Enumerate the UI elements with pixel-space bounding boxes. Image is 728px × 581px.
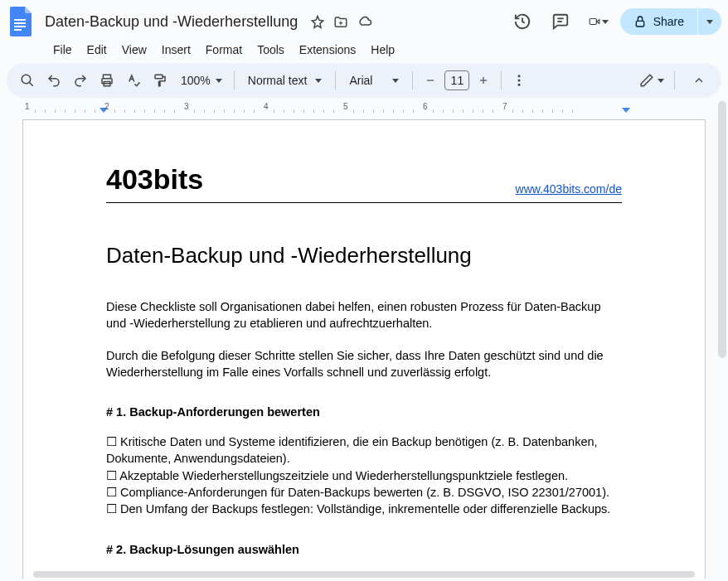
svg-point-18 [518, 84, 521, 86]
share-dropdown[interactable] [698, 8, 721, 35]
document-title[interactable]: Daten-Backup und -Wiederherstellung [41, 12, 301, 32]
svg-point-16 [518, 75, 521, 77]
menu-edit[interactable]: Edit [80, 40, 114, 60]
chevron-down-icon [315, 79, 322, 83]
editing-mode-button[interactable] [634, 73, 669, 88]
doc-heading: Daten-Backup und -Wiederherstellung [106, 243, 622, 269]
vertical-scrollbar[interactable] [716, 101, 728, 570]
svg-rect-6 [590, 19, 596, 25]
zoom-select[interactable]: 100% [174, 74, 229, 87]
redo-icon[interactable] [68, 68, 93, 93]
checklist-item: ☐ Akzeptable Wiederherstellungszeitziele… [106, 467, 622, 484]
right-indent-marker[interactable] [622, 108, 630, 113]
comments-icon[interactable] [544, 5, 577, 38]
menu-tools[interactable]: Tools [250, 40, 291, 60]
more-tools-icon[interactable] [507, 68, 531, 93]
toolbar: 100% Normal text Arial [7, 63, 721, 98]
meet-button[interactable] [582, 5, 615, 38]
menu-format[interactable]: Format [199, 40, 249, 60]
doc-paragraph: Diese Checkliste soll Organisationen dab… [106, 298, 622, 332]
chevron-down-icon [392, 79, 399, 83]
ruler-number: 1 [25, 102, 30, 111]
chevron-down-icon [216, 79, 222, 83]
menu-file[interactable]: File [46, 40, 79, 60]
undo-icon[interactable] [41, 68, 66, 93]
svg-rect-7 [636, 21, 643, 27]
paragraph-style-select[interactable]: Normal text [240, 74, 331, 87]
doc-section-heading: # 2. Backup-Lösungen auswählen [106, 543, 622, 556]
decrease-font-icon[interactable] [418, 68, 443, 93]
ruler[interactable]: 1234567 [7, 101, 721, 114]
cloud-status-icon[interactable] [357, 15, 373, 30]
horizontal-scrollbar[interactable] [33, 571, 695, 578]
font-value: Arial [349, 74, 372, 87]
share-button[interactable]: Share [620, 8, 697, 35]
svg-rect-0 [14, 19, 26, 21]
menu-extensions[interactable]: Extensions [293, 40, 362, 60]
docs-logo[interactable] [7, 7, 36, 36]
ruler-number: 3 [184, 102, 189, 111]
document-page: 403bits www.403bits.com/de Daten-Backup … [22, 119, 706, 579]
paint-format-icon[interactable] [148, 68, 172, 93]
ruler-number: 2 [104, 102, 109, 111]
checklist-item: ☐ Compliance-Anforderungen für Daten-Bac… [106, 484, 622, 501]
print-icon[interactable] [95, 68, 119, 93]
svg-rect-12 [155, 75, 163, 79]
brand-link[interactable]: www.403bits.com/de [516, 182, 622, 196]
svg-line-9 [29, 82, 33, 86]
svg-point-17 [518, 80, 521, 82]
ruler-number: 5 [343, 102, 348, 111]
svg-rect-3 [14, 29, 22, 31]
doc-paragraph: Durch die Befolgung dieser Schritte stel… [106, 347, 622, 381]
font-size-input[interactable] [444, 70, 469, 90]
search-menus-icon[interactable] [15, 68, 40, 93]
star-icon[interactable] [310, 15, 325, 30]
menu-insert[interactable]: Insert [155, 40, 197, 60]
move-icon[interactable] [333, 15, 348, 30]
doc-section-heading: # 1. Backup-Anforderungen bewerten [106, 405, 622, 419]
brand-name: 403bits [106, 163, 203, 196]
collapse-toolbar-icon[interactable] [685, 66, 713, 94]
font-select[interactable]: Arial [341, 74, 407, 87]
checklist-item: ☐ Kritische Daten und Systeme identifizi… [106, 433, 622, 467]
share-label: Share [653, 15, 684, 28]
ruler-number: 6 [423, 102, 428, 111]
chevron-down-icon [658, 79, 664, 83]
menu-help[interactable]: Help [364, 40, 401, 60]
history-icon[interactable] [506, 5, 539, 38]
ruler-number: 4 [264, 102, 269, 111]
checklist-item: ☐ Den Umfang der Backups festlegen: Voll… [106, 501, 622, 517]
menu-view[interactable]: View [115, 40, 153, 60]
document-workspace[interactable]: 403bits www.403bits.com/de Daten-Backup … [0, 114, 728, 579]
svg-rect-1 [14, 22, 26, 24]
paragraph-style-value: Normal text [248, 74, 308, 87]
zoom-value: 100% [181, 74, 211, 87]
increase-font-icon[interactable] [471, 68, 496, 93]
menu-bar: File Edit View Insert Format Tools Exten… [7, 38, 721, 63]
ruler-number: 7 [502, 102, 507, 111]
chevron-down-icon [602, 20, 609, 24]
chevron-down-icon [706, 20, 713, 24]
svg-point-8 [22, 75, 31, 84]
scrollbar-thumb[interactable] [718, 101, 726, 358]
spellcheck-icon[interactable] [121, 68, 146, 93]
svg-rect-2 [14, 26, 26, 27]
